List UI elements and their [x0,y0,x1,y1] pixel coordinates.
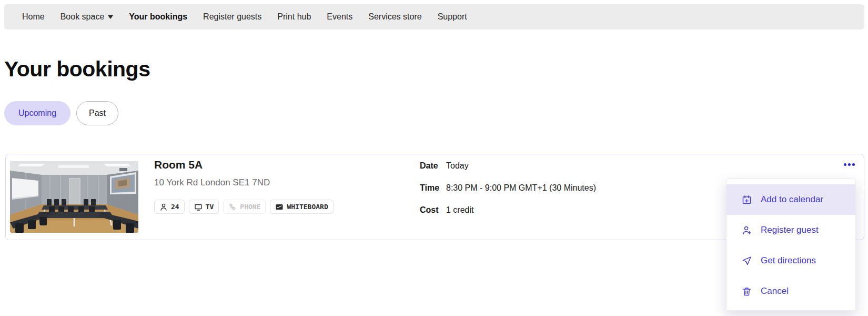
capacity-badge: 24 [154,200,185,214]
chevron-down-icon [108,15,113,19]
tv-badge: TV [189,200,219,214]
top-navbar: Home Book space Your bookings Register g… [4,4,864,29]
more-options-button[interactable] [837,157,861,172]
badge-label: TV [206,203,214,211]
tv-icon [194,203,203,211]
detail-value: 1 credit [446,205,473,215]
kebab-dot [848,163,851,166]
nav-item-label: Home [22,12,45,22]
filter-label: Past [89,108,106,118]
detail-label: Cost [420,205,446,215]
menu-item-label: Get directions [761,255,816,266]
whiteboard-icon [275,203,284,211]
detail-value: 8:30 PM - 9:00 PM GMT+1 (30 Minutes) [446,183,596,193]
room-name: Room 5A [154,159,203,171]
room-address: 10 York Rd London SE1 7ND [154,177,270,188]
nav-item-label: Book space [60,12,105,22]
nav-item-label: Your bookings [129,12,187,22]
booking-details: Date Today Time 8:30 PM - 9:00 PM GMT+1 … [420,161,596,215]
booking-filters: Upcoming Past [4,101,118,125]
nav-item-services-store[interactable]: Services store [368,12,421,22]
badge-label: PHONE [240,203,260,211]
menu-item-label: Cancel [761,286,789,297]
person-plus-icon [741,225,752,236]
phone-badge: PHONE [223,200,266,214]
detail-value: Today [446,161,469,171]
calendar-plus-icon [741,194,752,205]
navigation-icon [741,255,752,266]
menu-item-register-guest[interactable]: Register guest [726,215,855,245]
nav-item-label: Events [327,12,352,22]
nav-item-support[interactable]: Support [438,12,467,22]
filter-upcoming[interactable]: Upcoming [4,101,70,125]
badge-label: WHITEBOARD [287,203,328,211]
nav-item-events[interactable]: Events [327,12,352,22]
trash-icon [741,286,752,297]
nav-item-register-guests[interactable]: Register guests [203,12,261,22]
nav-item-label: Print hub [277,12,311,22]
amenity-badges: 24 TV PHONE WHITEBOARD [154,200,334,214]
detail-row-cost: Cost 1 credit [420,205,596,215]
badge-label: 24 [171,203,179,211]
detail-label: Time [420,183,446,193]
meeting-room-illustration [10,161,138,233]
detail-row-time: Time 8:30 PM - 9:00 PM GMT+1 (30 Minutes… [420,183,596,193]
menu-item-cancel[interactable]: Cancel [726,276,855,307]
detail-label: Date [420,161,446,171]
kebab-dot [852,163,855,166]
nav-item-label: Services store [368,12,421,22]
booking-context-menu: Add to calendar Register guest Get direc… [726,179,856,311]
detail-row-date: Date Today [420,161,596,171]
room-photo [10,161,138,233]
nav-item-home[interactable]: Home [22,12,45,22]
menu-item-label: Register guest [761,225,819,235]
phone-icon [228,203,237,211]
nav-item-your-bookings[interactable]: Your bookings [129,12,187,22]
page-title: Your bookings [4,57,150,82]
nav-item-label: Register guests [203,12,261,22]
person-icon [159,203,168,211]
nav-item-print-hub[interactable]: Print hub [277,12,311,22]
filter-past[interactable]: Past [76,101,118,125]
kebab-dot [844,163,846,166]
menu-item-add-to-calendar[interactable]: Add to calendar [726,184,855,215]
filter-label: Upcoming [18,108,56,118]
menu-item-label: Add to calendar [761,194,823,205]
nav-item-book-space[interactable]: Book space [60,12,114,22]
menu-item-get-directions[interactable]: Get directions [726,245,855,276]
whiteboard-badge: WHITEBOARD [270,200,333,214]
nav-item-label: Support [438,12,467,22]
